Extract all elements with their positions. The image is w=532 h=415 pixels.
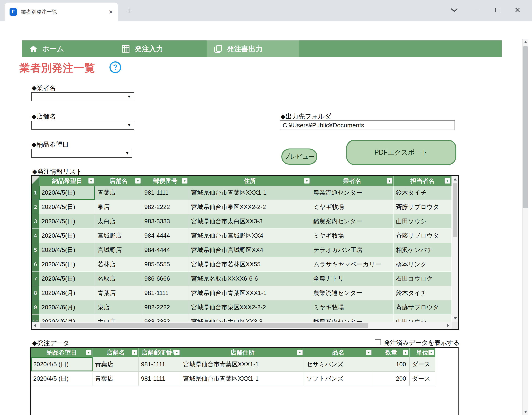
table-cell[interactable]: 青葉店 xyxy=(93,357,139,372)
table-cell[interactable]: 2020/4/5 (日) xyxy=(31,372,93,386)
tab-close-icon[interactable]: × xyxy=(109,9,113,15)
filter-dropdown-icon[interactable]: ▼ xyxy=(297,350,303,355)
table-cell[interactable]: 2020/4/5(日) xyxy=(39,186,95,200)
table-cell[interactable]: ミヤギ牧場 xyxy=(311,229,394,243)
table-cell[interactable]: 泉店 xyxy=(95,200,142,214)
table-cell[interactable]: 2020/4/5 (日) xyxy=(31,357,93,372)
column-header[interactable]: 店舗住所▼ xyxy=(181,348,304,357)
table-cell[interactable]: 2020/4/5(日) xyxy=(39,257,95,272)
table-cell[interactable]: 宮城県仙台市泉区XXX2-2-2 xyxy=(189,300,311,315)
table-cell[interactable]: 984-4444 xyxy=(142,243,189,257)
table-cell[interactable]: 985-5555 xyxy=(142,257,189,272)
row-number[interactable]: 9 xyxy=(32,300,39,315)
filter-dropdown-icon[interactable]: ▼ xyxy=(304,178,310,184)
table-cell[interactable]: 983-3333 xyxy=(142,315,189,322)
table-cell[interactable]: 2020/4/5(日) xyxy=(39,229,95,243)
column-header[interactable]: 店舗郵便番号▼ xyxy=(139,348,181,357)
table-cell[interactable]: 相沢ケンパチ xyxy=(394,243,452,257)
table-cell[interactable]: 鈴木タイチ xyxy=(394,286,452,300)
column-header[interactable]: 担当者名▼ xyxy=(394,176,452,186)
table-cell[interactable]: 981-1111 xyxy=(142,186,189,200)
filter-dropdown-icon[interactable]: ▼ xyxy=(387,178,392,184)
table-cell[interactable]: 宮城県仙台市太白区XX3-3 xyxy=(189,214,311,229)
table-cell[interactable]: ミヤギ牧場 xyxy=(311,200,394,214)
scroll-up-icon[interactable] xyxy=(452,176,458,183)
column-header[interactable]: 納品希望日▼ xyxy=(31,348,93,357)
delivery-date-select[interactable]: ▼ xyxy=(31,149,132,158)
column-header[interactable]: 店舗名▼ xyxy=(93,348,139,357)
chevron-down-icon[interactable] xyxy=(450,8,458,12)
scroll-down-icon[interactable] xyxy=(523,408,529,415)
filter-dropdown-icon[interactable]: ▼ xyxy=(182,178,188,184)
maximize-button[interactable] xyxy=(493,5,503,15)
filter-dropdown-icon[interactable]: ▼ xyxy=(88,178,94,184)
table-cell[interactable]: ムラサキヤマベーカリー xyxy=(311,257,394,272)
row-number[interactable]: 8 xyxy=(32,286,39,300)
browser-tab[interactable]: F 業者別発注一覧 × xyxy=(5,3,118,21)
table-cell[interactable]: 山田ソウシ xyxy=(394,315,452,322)
pdf-export-button[interactable]: PDFエクスポート xyxy=(346,140,456,165)
page-scrollbar[interactable] xyxy=(522,39,528,415)
table-cell[interactable]: 青葉店 xyxy=(95,286,142,300)
table-cell[interactable]: 酪農案内センター xyxy=(311,214,394,229)
table-cell[interactable]: 宮城県仙台市青葉区XXX1-1 xyxy=(181,357,304,372)
table-cell[interactable]: 青葉店 xyxy=(93,372,139,386)
scroll-up-icon[interactable] xyxy=(523,39,529,46)
column-header[interactable]: 郵便番号▼ xyxy=(142,176,189,186)
table-cell[interactable]: 宮城県仙台市青葉区XXX1-1 xyxy=(181,372,304,386)
table-cell[interactable]: 宮城県名取市XXXX6-6-6 xyxy=(189,272,311,286)
table-cell[interactable]: 982-2222 xyxy=(142,300,189,315)
table-cell[interactable]: 泉店 xyxy=(95,300,142,315)
table-cell[interactable]: 宮城県仙台市青葉区XXX1-1 xyxy=(189,186,311,200)
nav-item-order-entry[interactable]: 発注入力 xyxy=(114,40,207,57)
table-cell[interactable]: 名取店 xyxy=(95,272,142,286)
table-cell[interactable]: 鈴木タイチ xyxy=(394,186,452,200)
table-cell[interactable]: 982-2222 xyxy=(142,200,189,214)
filter-dropdown-icon[interactable]: ▼ xyxy=(86,350,91,355)
column-header[interactable]: 単位▼ xyxy=(410,348,435,357)
table-cell[interactable]: 若林店 xyxy=(95,257,142,272)
row-number[interactable]: 1 xyxy=(32,186,39,200)
table-cell[interactable]: 宮城野店 xyxy=(95,229,142,243)
filter-dropdown-icon[interactable]: ▼ xyxy=(403,350,408,355)
close-button[interactable]: × xyxy=(513,5,522,15)
nav-item-order-output[interactable]: 発注書出力 xyxy=(207,40,299,57)
nav-item-home[interactable]: ホーム xyxy=(22,40,114,57)
table-cell[interactable]: 橋本リンク xyxy=(394,257,452,272)
row-number[interactable]: 2 xyxy=(32,200,39,214)
table-cell[interactable]: 酪農案内センター xyxy=(311,315,394,322)
scrollbar-thumb[interactable] xyxy=(523,46,528,208)
table-cell[interactable]: 全農ナトリ xyxy=(311,272,394,286)
table-cell[interactable]: 宮城県仙台市宮城野区XX4 xyxy=(189,243,311,257)
table-cell[interactable]: 宮城野店 xyxy=(95,243,142,257)
table-cell[interactable]: 宮城県仙台市泉区XXX2-2-2 xyxy=(189,200,311,214)
minimize-button[interactable] xyxy=(472,5,482,15)
table-cell[interactable]: 983-3333 xyxy=(142,214,189,229)
column-header[interactable]: 店舗名▼ xyxy=(95,176,142,186)
scrollbar-thumb[interactable] xyxy=(40,323,368,328)
scroll-left-icon[interactable] xyxy=(32,322,38,329)
column-header[interactable]: 数量▼ xyxy=(373,348,410,357)
table-cell[interactable]: 984-4444 xyxy=(142,229,189,243)
column-header[interactable]: 品名▼ xyxy=(304,348,373,357)
table-cell[interactable]: 2020/4/5(日) xyxy=(39,243,95,257)
table-horizontal-scrollbar[interactable] xyxy=(32,322,452,329)
table-cell[interactable]: ダース xyxy=(410,357,435,372)
preview-button[interactable]: プレビュー xyxy=(281,148,317,165)
row-number[interactable]: 10 xyxy=(32,315,39,322)
scroll-right-icon[interactable] xyxy=(445,322,452,329)
filter-dropdown-icon[interactable]: ▼ xyxy=(132,350,137,355)
row-number[interactable]: 4 xyxy=(32,229,39,243)
table-cell[interactable]: テラオカバン工房 xyxy=(311,243,394,257)
table-cell[interactable]: ソフトバンズ xyxy=(304,372,373,386)
help-icon[interactable]: ? xyxy=(109,61,121,73)
filter-dropdown-icon[interactable]: ▼ xyxy=(428,350,434,355)
table-cell[interactable]: 太白店 xyxy=(95,315,142,322)
table-cell[interactable]: 986-6666 xyxy=(142,272,189,286)
table-cell[interactable]: 200 xyxy=(373,372,410,386)
show-ordered-checkbox[interactable] xyxy=(375,339,381,345)
column-header[interactable]: 業者名▼ xyxy=(311,176,394,186)
table-cell[interactable]: 981-1111 xyxy=(139,357,181,372)
table-cell[interactable]: 農業流通センター xyxy=(311,186,394,200)
table-cell[interactable]: ミヤギ牧場 xyxy=(311,300,394,315)
